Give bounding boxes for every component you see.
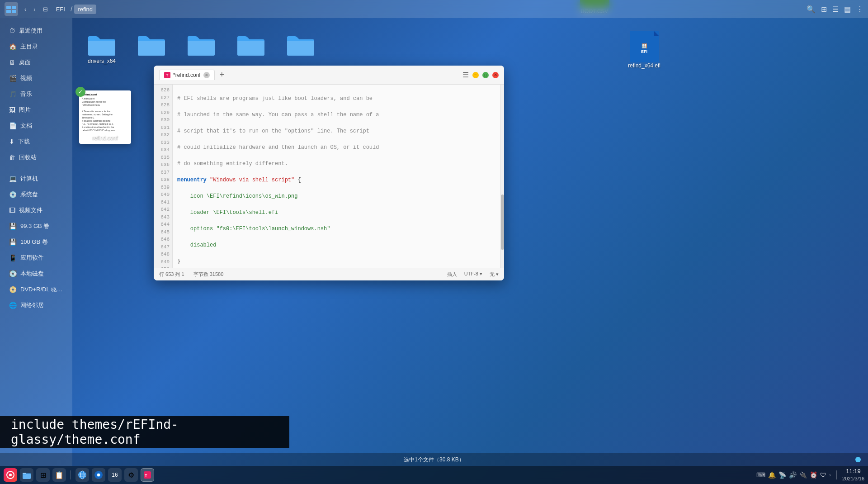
preview-filename: refind.conf xyxy=(82,135,128,141)
network-tray-icon[interactable]: 📡 xyxy=(778,471,786,479)
folder-icon-5 xyxy=(285,31,316,58)
app-launcher-button[interactable] xyxy=(4,468,17,482)
sidebar-item-computer[interactable]: 💻 计算机 xyxy=(2,171,71,186)
preview-title: *refind.conf xyxy=(82,93,128,96)
videofiles-icon: 🎞 xyxy=(9,207,15,214)
breadcrumb-refind[interactable]: refind xyxy=(74,5,96,14)
file-item-refind-efi[interactable]: 🪟 EFI refind_x64.efi xyxy=(624,27,665,72)
editor-statusbar: 行 653 列 1 字节数 31580 插入 UTF-8 ▾ 无 ▾ xyxy=(154,268,504,280)
tray-expand[interactable]: › xyxy=(829,472,831,478)
svg-rect-1 xyxy=(6,6,11,9)
preview-card: ✓ *refind.conf A refind.conf Configurati… xyxy=(79,90,131,144)
nav-controls: ‹ › ⊟ EFI / refind xyxy=(22,4,96,14)
nav-forward-button[interactable]: › xyxy=(31,4,38,14)
refind-taskbar[interactable]: T xyxy=(141,468,154,482)
encoding: UTF-8 ▾ xyxy=(464,271,482,278)
sidebar-item-localdisk[interactable]: 💽 本地磁盘 xyxy=(2,266,71,281)
svg-rect-8 xyxy=(23,473,26,474)
time-tray-icon[interactable]: ⏰ xyxy=(810,471,817,479)
notification-tray-icon[interactable]: 🔔 xyxy=(768,471,776,479)
code-lines[interactable]: # EFI shells are programs just like boot… xyxy=(173,85,500,268)
folder-icon-drivers xyxy=(86,31,118,58)
add-tab-button[interactable]: + xyxy=(217,70,227,81)
taskbar-tray: ⌨ 🔔 📡 🔊 🔌 ⏰ 🛡 › 11:19 2021/3/16 xyxy=(756,468,864,482)
sidebar-item-desktop[interactable]: 🖥 桌面 xyxy=(2,55,71,70)
sidebar-item-home[interactable]: 🏠 主目录 xyxy=(2,39,71,54)
file-item-drivers-x64[interactable]: drivers_x64 xyxy=(81,27,122,72)
word-count: 字节数 31580 xyxy=(193,271,224,278)
detail-view-icon[interactable]: ▤ xyxy=(844,5,851,14)
code-line-635: disabled xyxy=(177,241,496,249)
taskbar-clock[interactable]: 11:19 2021/3/16 xyxy=(842,468,864,482)
breadcrumb-efi[interactable]: EFI xyxy=(52,5,69,14)
security-tray-icon[interactable]: 🛡 xyxy=(820,471,826,479)
grid-view-icon[interactable]: ⊞ xyxy=(821,5,827,14)
svg-point-15 xyxy=(97,474,100,476)
code-area[interactable]: 6266276286296306316326336346356366376386… xyxy=(154,85,504,268)
sidebar-item-documents[interactable]: 📄 文档 xyxy=(2,118,71,133)
svg-text:T: T xyxy=(145,473,147,478)
downloads-icon: ⬇ xyxy=(9,138,14,145)
sidebar-item-pictures[interactable]: 🖼 图片 xyxy=(2,102,71,118)
insert-mode[interactable]: 插入 xyxy=(447,271,457,278)
efi-file-icon: 🪟 EFI xyxy=(630,31,659,62)
taskbar-separator-2 xyxy=(836,470,837,479)
editor-tab-refind[interactable]: T *refind.conf ✕ xyxy=(159,70,215,80)
video-icon: 🎬 xyxy=(9,75,17,82)
trash-icon: 🗑 xyxy=(9,154,15,161)
settings-taskbar[interactable]: ⚙ xyxy=(124,468,138,482)
minimize-button[interactable]: − xyxy=(472,72,479,78)
nav-back-button[interactable]: ‹ xyxy=(22,4,29,14)
tab-file-icon: T xyxy=(164,72,170,78)
editor-menu-button[interactable]: ☰ xyxy=(462,72,469,78)
search-icon[interactable]: 🔍 xyxy=(807,5,816,14)
browser-taskbar[interactable] xyxy=(75,468,89,482)
sidebar-item-vol99[interactable]: 💾 99.3 GB 卷 xyxy=(2,218,71,234)
app-logo xyxy=(5,2,18,16)
scrollbar-thumb[interactable] xyxy=(501,195,504,250)
folder-icon-3 xyxy=(185,31,217,58)
maximize-button[interactable]: □ xyxy=(482,72,489,78)
sidebar-item-network[interactable]: 🌐 网络邻居 xyxy=(2,298,71,313)
top-bar: ‹ › ⊟ EFI / refind 🔍 ⊞ ☰ ▤ ⋮ xyxy=(0,0,868,18)
editor-titlebar: T *refind.conf ✕ + ☰ − □ ✕ xyxy=(154,66,504,85)
calendar-taskbar[interactable]: 16 xyxy=(108,468,122,482)
sidebar-item-sysvolume[interactable]: 💿 系统盘 xyxy=(2,187,71,202)
list-view-icon[interactable]: ☰ xyxy=(832,5,839,14)
desktop-icon: 🖥 xyxy=(9,59,15,66)
vol100-icon: 💾 xyxy=(9,238,17,246)
localdisk-icon: 💽 xyxy=(9,270,17,277)
sidebar-item-videofiles[interactable]: 🎞 视频文件 xyxy=(2,203,71,218)
sidebar-item-downloads[interactable]: ⬇ 下载 xyxy=(2,134,71,149)
sidebar-item-trash[interactable]: 🗑 回收站 xyxy=(2,150,71,165)
svg-rect-4 xyxy=(12,10,16,13)
music-icon: 🎵 xyxy=(9,90,17,98)
network-icon: 🌐 xyxy=(9,302,17,309)
close-button[interactable]: ✕ xyxy=(492,72,499,78)
nav-view-button[interactable]: ⊟ xyxy=(40,4,51,14)
desktop: ‹ › ⊟ EFI / refind 🔍 ⊞ ☰ ▤ ⋮ ⏱ 最近使用 🏠 主目… xyxy=(0,0,868,484)
preview-content: A refind.conf Configuration file for the… xyxy=(82,97,128,132)
taskbar: ⊞ 📋 16 ⚙ T xyxy=(0,466,868,484)
sidebar-item-dvd[interactable]: 📀 DVD+R/DL 驱… xyxy=(2,282,71,297)
folder-icon-2 xyxy=(136,31,167,58)
sidebar-divider xyxy=(7,168,65,168)
line-ending: 无 ▾ xyxy=(490,271,499,278)
sidebar-item-recent[interactable]: ⏱ 最近使用 xyxy=(2,23,71,38)
keyboard-tray-icon[interactable]: ⌨ xyxy=(756,471,765,479)
tasks-taskbar[interactable]: 📋 xyxy=(52,468,66,482)
power-tray-icon[interactable]: 🔌 xyxy=(799,471,807,479)
sidebar-item-vol100[interactable]: 💾 100 GB 卷 xyxy=(2,234,71,250)
sidebar-item-music[interactable]: 🎵 音乐 xyxy=(2,86,71,102)
code-line-632: icon \EFI\refind\icons\os_win.png xyxy=(177,192,496,200)
sidebar-item-video[interactable]: 🎬 视频 xyxy=(2,71,71,86)
tab-close-button[interactable]: ✕ xyxy=(203,72,210,78)
code-line-631: menuentry "Windows via shell script" { xyxy=(177,176,496,184)
sidebar-item-apps[interactable]: 📱 应用软件 xyxy=(2,250,71,266)
app-grid-taskbar[interactable]: ⊞ xyxy=(36,468,50,482)
file-manager-taskbar[interactable] xyxy=(20,468,33,482)
volume-tray-icon[interactable]: 🔊 xyxy=(789,471,797,479)
deepin-taskbar[interactable] xyxy=(92,468,105,482)
editor-scrollbar[interactable] xyxy=(500,85,504,268)
more-options-icon[interactable]: ⋮ xyxy=(856,5,863,14)
